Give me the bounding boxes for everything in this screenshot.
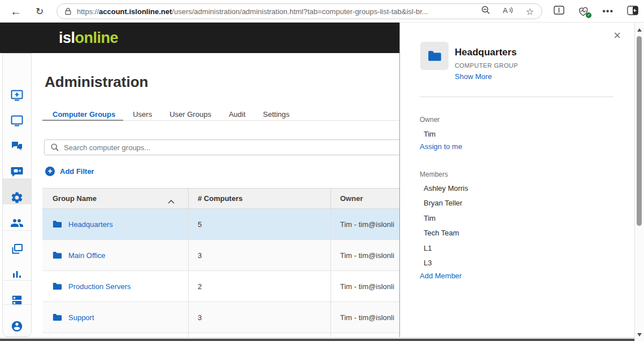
active-tab-underline: [42, 120, 123, 121]
computer-count: 3: [188, 240, 330, 270]
group-name-link[interactable]: Headquarters: [68, 220, 113, 229]
member-item[interactable]: Ashley Morris: [424, 184, 468, 193]
owner-name: Tim: [424, 130, 436, 138]
sidebar-divider: [3, 280, 31, 281]
page-title: Administration: [45, 73, 148, 91]
sidebar-item-account[interactable]: [3, 313, 31, 339]
browser-menu-icon[interactable]: •••: [602, 6, 613, 16]
tab-settings[interactable]: Settings: [263, 110, 290, 119]
column-header-computers[interactable]: # Computers: [188, 189, 330, 208]
url-host: account.islonline.net: [99, 7, 172, 16]
search-box: [44, 139, 416, 155]
search-icon: [51, 143, 59, 151]
folder-icon: [53, 282, 62, 290]
browser-toolbar: ← ↻ https://account.islonline.net/users/…: [0, 0, 644, 23]
monitor-plus-icon: [11, 90, 23, 101]
app-sidebar: [2, 53, 32, 337]
zoom-out-icon[interactable]: [481, 6, 490, 17]
folder-icon: [428, 50, 442, 62]
url-text: https://account.islonline.net/users/admi…: [77, 7, 481, 16]
plus-circle-icon: +: [45, 167, 55, 176]
favorite-star-icon[interactable]: ☆: [526, 6, 534, 17]
group-name-link[interactable]: Production Servers: [68, 282, 131, 291]
people-icon: [10, 217, 24, 229]
back-button[interactable]: ←: [7, 0, 25, 23]
group-name-link[interactable]: Main Office: [68, 251, 106, 260]
search-input[interactable]: [64, 143, 415, 152]
browser-essentials-icon[interactable]: ✓: [578, 7, 589, 16]
folder-icon: [53, 220, 62, 228]
sidebar-item-multi-screen[interactable]: [3, 236, 31, 261]
panel-title: Headquarters: [455, 47, 517, 58]
sidebar-item-chat[interactable]: [3, 133, 31, 159]
app-header: islonline: [0, 23, 399, 53]
svg-text:A: A: [503, 6, 508, 15]
vertical-scrollbar[interactable]: [634, 23, 644, 341]
show-more-link[interactable]: Show More: [455, 72, 492, 81]
sidebar-toggle-icon[interactable]: [627, 6, 638, 18]
add-member-link[interactable]: Add Member: [420, 272, 462, 280]
assign-to-me-link[interactable]: Assign to me: [420, 142, 462, 151]
url-path: /users/administration/administration.htm…: [172, 7, 428, 16]
tab-user-groups[interactable]: User Groups: [169, 110, 211, 119]
browser-window: ← ↻ https://account.islonline.net/users/…: [0, 0, 644, 341]
bar-chart-icon: [11, 269, 23, 280]
group-avatar-tile: [420, 42, 449, 70]
folder-icon: [53, 313, 62, 321]
members-label: Members: [420, 171, 448, 178]
sidebar-item-session-add[interactable]: [3, 82, 31, 108]
sort-asc-icon: [168, 197, 175, 206]
person-circle-icon: [11, 320, 23, 333]
islonline-logo[interactable]: islonline: [59, 29, 118, 47]
member-item[interactable]: L1: [424, 244, 432, 252]
detail-panel: × Headquarters COMPUTER GROUP Show More …: [399, 23, 634, 341]
essentials-status-badge: ✓: [586, 12, 591, 18]
member-item[interactable]: L3: [424, 259, 432, 267]
member-item[interactable]: Bryan Teller: [424, 199, 462, 207]
sidebar-divider: [3, 230, 31, 231]
sidebar-item-servers[interactable]: [3, 287, 31, 313]
read-aloud-icon[interactable]: A: [503, 6, 514, 17]
owner-label: Owner: [420, 116, 440, 124]
stacked-screens-icon: [11, 243, 23, 255]
tab-bar: Computer Groups Users User Groups Audit …: [53, 110, 290, 119]
sidebar-item-administration[interactable]: [3, 185, 31, 210]
sidebar-item-users[interactable]: [3, 210, 31, 235]
computer-count: 3: [188, 302, 330, 333]
sidebar-divider: [3, 204, 31, 204]
sidebar-item-video-chat[interactable]: [3, 159, 31, 184]
close-icon[interactable]: ×: [613, 29, 621, 42]
reload-button[interactable]: ↻: [31, 0, 49, 23]
table-row[interactable]: Support 3 Tim - tim@islonli: [42, 302, 416, 333]
table-row[interactable]: Production Servers 2 Tim - tim@islonli: [42, 271, 416, 302]
gear-icon: [10, 191, 24, 204]
sidebar-divider: [3, 304, 31, 305]
lock-icon: [64, 7, 72, 15]
horizontal-scrollbar-thumb[interactable]: [0, 339, 634, 341]
url-scheme: https://: [77, 7, 99, 16]
chat-icon: [11, 141, 23, 152]
address-bar[interactable]: https://account.islonline.net/users/admi…: [56, 3, 542, 19]
split-screen-icon[interactable]: [554, 6, 564, 17]
computer-count: 2: [188, 271, 330, 301]
member-item[interactable]: Tim: [424, 214, 436, 222]
member-item[interactable]: Tech Team: [424, 229, 459, 237]
group-name-link[interactable]: Support: [68, 313, 94, 322]
scroll-up-arrow-icon[interactable]: [637, 28, 642, 32]
video-chat-icon: [11, 167, 23, 177]
scroll-down-arrow-icon[interactable]: [637, 333, 642, 336]
computer-count: 5: [188, 209, 330, 239]
vertical-scrollbar-thumb[interactable]: [637, 36, 642, 226]
folder-icon: [53, 251, 62, 259]
tab-computer-groups[interactable]: Computer Groups: [53, 110, 115, 119]
tab-users[interactable]: Users: [133, 110, 152, 119]
column-header-group-name[interactable]: Group Name: [42, 189, 188, 208]
sidebar-item-reports[interactable]: [3, 261, 31, 287]
panel-divider: [420, 97, 613, 97]
table-row[interactable]: Main Office 3 Tim - tim@islonli: [42, 240, 416, 271]
tab-audit[interactable]: Audit: [229, 110, 246, 119]
table-row[interactable]: Headquarters 5 Tim - tim@islonli: [42, 209, 416, 240]
add-filter-button[interactable]: + Add Filter: [45, 167, 94, 176]
panel-subtitle: COMPUTER GROUP: [455, 62, 518, 69]
sidebar-item-computers[interactable]: [3, 108, 31, 133]
